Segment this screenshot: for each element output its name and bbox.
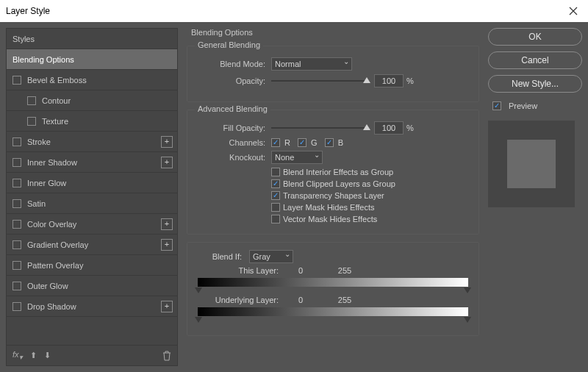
general-blending-group: General Blending Blend Mode: Normal Opac… — [187, 46, 479, 102]
channel-r-label: R — [284, 138, 290, 147]
preview-checkbox[interactable] — [492, 101, 501, 110]
add-icon[interactable]: + — [161, 218, 173, 230]
checkbox[interactable] — [27, 96, 36, 105]
sidebar-item-label: Gradient Overlay — [27, 240, 88, 249]
sidebar-item-color-overlay[interactable]: Color Overlay+ — [7, 214, 177, 235]
this-layer-lo: 0 — [286, 266, 315, 275]
this-layer-gradient[interactable] — [198, 278, 468, 287]
blend-mode-select[interactable]: Normal — [271, 57, 352, 71]
checkbox[interactable] — [12, 240, 21, 249]
channel-b-label: B — [338, 138, 343, 147]
sidebar-item-label: Pattern Overlay — [27, 261, 83, 270]
add-icon[interactable]: + — [161, 239, 173, 251]
checkbox[interactable] — [12, 158, 21, 167]
sidebar-item-label: Stroke — [27, 137, 51, 146]
sidebar-item-label: Texture — [42, 117, 68, 126]
up-arrow-icon[interactable]: ⬆ — [30, 351, 37, 360]
checkbox[interactable] — [12, 76, 21, 85]
sidebar-item-label: Inner Shadow — [27, 158, 77, 167]
channel-r-checkbox[interactable] — [271, 138, 280, 147]
vector-mask-hides-checkbox[interactable] — [271, 215, 280, 223]
trash-icon[interactable] — [162, 351, 171, 361]
cancel-button[interactable]: Cancel — [488, 51, 582, 69]
fill-opacity-label: Fill Opacity: — [198, 124, 265, 132]
fx-icon[interactable]: fx▾ — [12, 350, 23, 361]
blend-if-group: Blend If: Gray This Layer: 0 255 Underly… — [187, 242, 479, 336]
checkbox[interactable] — [12, 199, 21, 208]
underlying-layer-label: Underlying Layer: — [198, 296, 279, 304]
sidebar-item-label: Color Overlay — [27, 220, 76, 229]
option-label: Vector Mask Hides Effects — [283, 215, 377, 223]
preview-label: Preview — [509, 101, 537, 110]
new-style-button[interactable]: New Style... — [488, 75, 582, 93]
transparency-shapes-checkbox[interactable] — [271, 191, 280, 200]
checkbox[interactable] — [12, 220, 21, 229]
sidebar-item-label: Outer Glow — [27, 282, 68, 290]
preview-swatch — [488, 121, 575, 207]
fill-opacity-input[interactable] — [374, 121, 404, 135]
checkbox[interactable] — [27, 117, 36, 126]
group-title: Advanced Blending — [195, 104, 270, 113]
checkbox[interactable] — [12, 137, 21, 146]
preview-inner — [507, 140, 556, 188]
sidebar-item-label: Contour — [42, 96, 71, 105]
underlying-layer-gradient[interactable] — [198, 307, 468, 316]
sidebar-item-styles[interactable]: Styles — [7, 29, 177, 49]
sidebar-list: Styles Blending Options Bevel & Emboss C… — [7, 29, 177, 345]
channel-b-checkbox[interactable] — [325, 138, 334, 147]
dialog-body: Styles Blending Options Bevel & Emboss C… — [0, 22, 588, 372]
knockout-select[interactable]: None — [271, 151, 323, 164]
sidebar-item-label: Inner Glow — [27, 179, 66, 187]
underlying-hi: 255 — [323, 296, 367, 304]
blend-clipped-checkbox[interactable] — [271, 179, 280, 188]
blend-if-select[interactable]: Gray — [249, 250, 293, 263]
this-layer-hi: 255 — [323, 266, 367, 275]
ok-button[interactable]: OK — [488, 28, 582, 46]
add-icon[interactable]: + — [161, 136, 173, 148]
checkbox[interactable] — [12, 261, 21, 270]
sidebar-item-blending-options[interactable]: Blending Options — [7, 49, 177, 70]
sidebar-item-contour[interactable]: Contour — [7, 90, 177, 111]
opacity-input[interactable] — [374, 74, 404, 87]
sidebar-item-stroke[interactable]: Stroke+ — [7, 132, 177, 152]
option-label: Blend Interior Effects as Group — [283, 168, 393, 176]
sidebar-item-outer-glow[interactable]: Outer Glow — [7, 276, 177, 296]
sidebar-item-label: Bevel & Emboss — [27, 76, 87, 85]
add-icon[interactable]: + — [161, 157, 173, 168]
sidebar-item-label: Satin — [27, 199, 46, 208]
titlebar: Layer Style — [0, 0, 588, 22]
sidebar-footer: fx▾ ⬆ ⬇ — [7, 345, 177, 365]
sidebar-item-label: Blending Options — [12, 55, 74, 64]
channel-g-label: G — [311, 138, 318, 147]
checkbox[interactable] — [12, 282, 21, 290]
sidebar-item-bevel[interactable]: Bevel & Emboss — [7, 70, 177, 90]
this-layer-label: This Layer: — [198, 266, 279, 275]
blend-if-label: Blend If: — [198, 252, 242, 261]
advanced-options-list: Blend Interior Effects as Group Blend Cl… — [271, 168, 468, 223]
fill-opacity-slider[interactable] — [271, 127, 367, 129]
sidebar-item-pattern-overlay[interactable]: Pattern Overlay — [7, 255, 177, 276]
sidebar-item-gradient-overlay[interactable]: Gradient Overlay+ — [7, 235, 177, 255]
channels-label: Channels: — [198, 138, 265, 147]
sidebar-item-inner-glow[interactable]: Inner Glow — [7, 173, 177, 193]
option-label: Blend Clipped Layers as Group — [283, 179, 395, 188]
checkbox[interactable] — [12, 302, 21, 311]
sidebar-item-drop-shadow[interactable]: Drop Shadow+ — [7, 296, 177, 317]
blend-interior-checkbox[interactable] — [271, 168, 280, 176]
close-button[interactable] — [564, 2, 582, 20]
sidebar-item-texture[interactable]: Texture — [7, 111, 177, 132]
add-icon[interactable]: + — [161, 301, 173, 312]
sidebar-item-label: Styles — [12, 35, 35, 43]
advanced-blending-group: Advanced Blending Fill Opacity: % Channe… — [187, 110, 479, 235]
down-arrow-icon[interactable]: ⬇ — [44, 351, 51, 360]
option-label: Layer Mask Hides Effects — [283, 203, 375, 212]
checkbox[interactable] — [12, 179, 21, 187]
knockout-label: Knockout: — [198, 153, 265, 162]
layer-mask-hides-checkbox[interactable] — [271, 203, 280, 212]
group-title: General Blending — [195, 40, 263, 49]
opacity-slider[interactable] — [271, 80, 367, 82]
sidebar-item-satin[interactable]: Satin — [7, 193, 177, 214]
styles-sidebar: Styles Blending Options Bevel & Emboss C… — [6, 28, 178, 366]
sidebar-item-inner-shadow[interactable]: Inner Shadow+ — [7, 152, 177, 173]
channel-g-checkbox[interactable] — [298, 138, 306, 147]
